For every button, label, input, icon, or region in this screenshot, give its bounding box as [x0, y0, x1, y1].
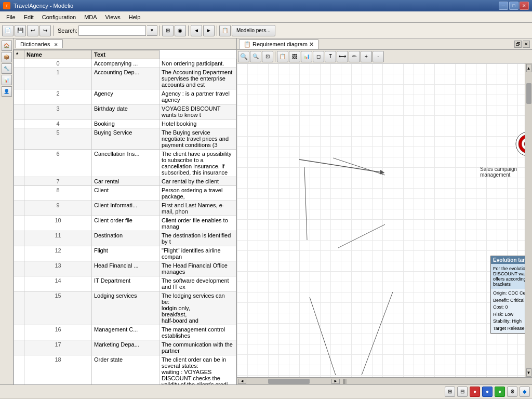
diag-btn-5[interactable]: T: [325, 51, 336, 62]
table-row[interactable]: 5Buying ServiceThe Buying service negoti…: [14, 128, 236, 150]
table-row[interactable]: 16Management C...The management control …: [14, 325, 236, 340]
dict-table-container: * Name Text 0Accompanying ...Non orderin…: [14, 50, 236, 384]
window-controls: ─ □ ✕: [499, 2, 529, 10]
row-name: Booking: [92, 119, 159, 128]
row-name: Buying Service: [92, 128, 159, 150]
diag-btn-6[interactable]: ⟷: [337, 51, 348, 62]
sidebar-icon-3[interactable]: 🔧: [2, 63, 12, 74]
diag-btn-7[interactable]: ✏: [349, 51, 360, 62]
toolbar-btn-6[interactable]: ►: [203, 25, 215, 36]
status-btn-settings[interactable]: ⚙: [507, 387, 517, 397]
row-star: [14, 276, 24, 291]
toolbar-btn-undo[interactable]: ↩: [27, 25, 38, 36]
table-row[interactable]: 13Head Financial ...The Head Financial O…: [14, 261, 236, 276]
table-row[interactable]: 6Cancellation Ins...The client have a po…: [14, 150, 236, 177]
minimize-button[interactable]: ─: [499, 2, 508, 10]
table-row[interactable]: 17Marketing Depa...The communication wit…: [14, 340, 236, 355]
panel-restore[interactable]: 🗗: [514, 41, 522, 48]
diagram-tab-close[interactable]: ✕: [309, 41, 314, 47]
diag-btn-1[interactable]: 📋: [277, 51, 288, 62]
sidebar-icon-5[interactable]: 👤: [2, 86, 12, 97]
table-row[interactable]: 1Accounting Dep...The Accounting Departm…: [14, 68, 236, 89]
row-star: [14, 68, 24, 89]
table-row[interactable]: 12Flight"Flight" identifies airline comp…: [14, 246, 236, 261]
vscroll-down[interactable]: ▼: [526, 368, 531, 377]
status-btn-blue[interactable]: ●: [482, 387, 493, 397]
status-btn-2[interactable]: ⊟: [457, 387, 468, 397]
menu-edit[interactable]: Edit: [20, 13, 38, 21]
dict-tab-item[interactable]: Dictionaries ✕: [16, 39, 63, 48]
table-row[interactable]: 4BookingHotel booking: [14, 119, 236, 128]
table-row[interactable]: 14IT DepartmentThe software development …: [14, 276, 236, 291]
modelio-pers-button[interactable]: Modelio pers...: [232, 25, 275, 36]
search-input[interactable]: [78, 25, 146, 36]
vscroll-up[interactable]: ▲: [526, 64, 531, 72]
table-row[interactable]: 15Lodging servicesThe lodging services c…: [14, 291, 236, 325]
toolbar-btn-7[interactable]: 📋: [219, 25, 231, 36]
sidebar-icon-4[interactable]: 📊: [2, 75, 12, 85]
hscroll-thumb[interactable]: [268, 379, 310, 384]
toolbar-btn-redo[interactable]: ↪: [39, 25, 51, 36]
hscroll-right[interactable]: ►: [331, 379, 340, 384]
menu-file[interactable]: File: [2, 13, 20, 21]
table-row[interactable]: 7Car rentalCar rental by the client: [14, 177, 236, 186]
dict-tab-bar: Dictionaries ✕: [14, 38, 236, 50]
row-name: Marketing Depa...: [92, 340, 159, 355]
table-row[interactable]: 18Order stateThe client order can be in …: [14, 355, 236, 385]
diag-btn-2[interactable]: 🖼: [289, 51, 300, 62]
menu-mda[interactable]: MDA: [80, 13, 101, 21]
diagram-tab-item[interactable]: 📋 Requirement diagram ✕: [239, 39, 318, 49]
row-text: Car rental by the client: [159, 177, 236, 186]
toolbar-btn-1[interactable]: 📄: [2, 25, 14, 36]
status-btn-green[interactable]: ●: [495, 387, 505, 397]
status-btn-diamond[interactable]: ◆: [520, 387, 530, 397]
zoom-out-button[interactable]: 🔍: [250, 51, 261, 62]
toolbar-btn-5[interactable]: ◄: [191, 25, 202, 36]
zoom-in-button[interactable]: 🔍: [238, 51, 249, 62]
evolution-targeting-node[interactable]: Evolution targeting age brac... For the …: [490, 256, 525, 334]
menu-configuration[interactable]: Configuration: [38, 13, 80, 21]
menu-help[interactable]: Help: [125, 13, 145, 21]
menu-views[interactable]: Views: [101, 13, 125, 21]
panel-close[interactable]: ✕: [523, 41, 530, 48]
table-row[interactable]: 2AgencyAgency : is a partner travel agen…: [14, 89, 236, 104]
diag-btn-3[interactable]: 📊: [301, 51, 312, 62]
status-btn-red[interactable]: ●: [470, 387, 480, 397]
row-text: The client order can be in several state…: [159, 355, 236, 385]
row-id: 2: [24, 89, 92, 104]
toolbar-sep-1: [53, 25, 54, 36]
toolbar-btn-4[interactable]: ◉: [175, 25, 186, 36]
row-text: VOYAGES DISCOUNT wants to know t: [159, 104, 236, 119]
search-dropdown[interactable]: ▼: [147, 25, 157, 36]
row-name: Client order file: [92, 216, 159, 231]
diag-btn-8[interactable]: +: [361, 51, 372, 62]
sidebar-icon-1[interactable]: 🏠: [2, 41, 12, 51]
table-row[interactable]: 11DestinationThe destination is identifi…: [14, 231, 236, 246]
toolbar-btn-2[interactable]: 💾: [15, 25, 26, 36]
diag-btn-9[interactable]: -: [373, 51, 384, 62]
vscroll-thumb[interactable]: [526, 83, 531, 104]
row-star: [14, 201, 24, 216]
dict-tab-close[interactable]: ✕: [54, 42, 58, 47]
table-row[interactable]: 8ClientPerson ordering a travel package,: [14, 186, 236, 201]
table-row[interactable]: 10Client order fileClient order file ena…: [14, 216, 236, 231]
row-id: 18: [24, 355, 92, 385]
table-row[interactable]: 0Accompanying ...Non ordering participan…: [14, 59, 236, 68]
row-text: The software development and IT ex: [159, 276, 236, 291]
diagram-canvas[interactable]: Sales campaign management: [237, 63, 525, 377]
table-row[interactable]: 9Client Informati...First and Last Names…: [14, 201, 236, 216]
dictionary-panel: Dictionaries ✕ * Name Text 0Accompanying…: [14, 38, 237, 384]
zoom-fit-button[interactable]: ⊡: [262, 51, 273, 62]
row-star: [14, 355, 24, 385]
table-row[interactable]: 3Birthday dateVOYAGES DISCOUNT wants to …: [14, 104, 236, 119]
diag-btn-4[interactable]: ◻: [313, 51, 324, 62]
row-text: "Flight" identifies airline compan: [159, 246, 236, 261]
sidebar-icon-2[interactable]: 📦: [2, 52, 12, 62]
hscroll-left[interactable]: ◄: [238, 379, 246, 384]
maximize-button[interactable]: □: [509, 2, 518, 10]
diagram-vscroll[interactable]: ▲ ▼: [525, 63, 532, 377]
row-text: The management control establishes: [159, 325, 236, 340]
toolbar-btn-3[interactable]: ⊞: [162, 25, 174, 36]
close-button[interactable]: ✕: [520, 2, 529, 10]
status-btn-1[interactable]: ⊞: [445, 387, 455, 397]
